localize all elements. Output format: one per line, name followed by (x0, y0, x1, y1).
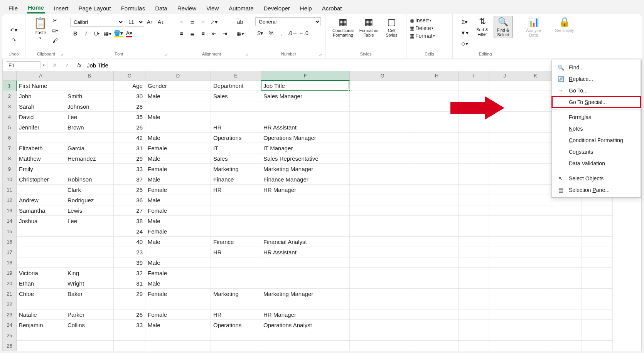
cell-L16[interactable] (551, 237, 582, 247)
cell-A19[interactable]: Victoria (17, 268, 65, 278)
cell-D11[interactable]: Female (145, 185, 211, 195)
format-painter-button[interactable]: 🖌 (50, 36, 60, 45)
cell-B15[interactable] (65, 226, 114, 237)
orientation-button[interactable]: ⤢▾ (209, 17, 219, 27)
cell-F17[interactable]: HR Assistant (261, 247, 350, 257)
decrease-font-button[interactable]: A↓ (156, 17, 166, 27)
cell-A5[interactable]: Jennifer (17, 122, 65, 133)
fx-button[interactable]: fx (74, 61, 84, 70)
cell-D16[interactable]: Male (145, 237, 211, 247)
cell-B21[interactable]: Baker (65, 289, 114, 299)
row-header-14[interactable]: 14 (3, 216, 17, 226)
cell-D24[interactable]: Male (145, 320, 211, 330)
cell-A8[interactable]: Matthew (17, 153, 65, 164)
cell-I22[interactable] (459, 299, 489, 309)
cell-H6[interactable] (415, 133, 459, 143)
cell-D5[interactable] (145, 122, 211, 133)
analyze-data-button[interactable]: 📊 Analyze Data (521, 16, 546, 38)
cell-C5[interactable]: 26 (114, 122, 145, 133)
decrease-decimal-button[interactable]: ←.0 (298, 29, 309, 38)
cell-B4[interactable]: Lee (65, 112, 114, 122)
cell-H22[interactable] (415, 299, 459, 309)
cell-E6[interactable]: Operations (211, 133, 261, 143)
row-header-16[interactable]: 16 (3, 237, 17, 247)
cell-F4[interactable] (261, 112, 350, 122)
cell-J12[interactable] (489, 195, 520, 205)
cell-A22[interactable] (17, 299, 65, 309)
cell-B12[interactable]: Rodriguez (65, 195, 114, 205)
cell-D21[interactable]: Female (145, 289, 211, 299)
cell-F22[interactable] (261, 299, 350, 309)
cell-G14[interactable] (350, 216, 415, 226)
cell-E13[interactable] (211, 205, 261, 216)
cell-H14[interactable] (415, 216, 459, 226)
cell-D12[interactable]: Male (145, 195, 211, 205)
cell-D20[interactable]: Male (145, 278, 211, 289)
cell-F3[interactable] (261, 101, 350, 112)
cell-E23[interactable]: HR (211, 309, 261, 320)
cell-A18[interactable] (17, 257, 65, 268)
cell-H5[interactable] (415, 122, 459, 133)
cell-E16[interactable]: Finance (211, 237, 261, 247)
cell-K16[interactable] (520, 237, 551, 247)
row-header-21[interactable]: 21 (3, 289, 17, 299)
cell-I8[interactable] (459, 153, 489, 164)
cell-B1[interactable] (65, 81, 114, 91)
cell-C20[interactable]: 31 (114, 278, 145, 289)
cell-G21[interactable] (350, 289, 415, 299)
cell-K20[interactable] (520, 278, 551, 289)
cell-J26[interactable] (489, 341, 520, 351)
cell-B2[interactable]: Smith (65, 91, 114, 101)
cell-styles-button[interactable]: ▢ Cell Styles (382, 16, 401, 38)
cell-G20[interactable] (350, 278, 415, 289)
cell-D26[interactable] (145, 341, 211, 351)
cell-D14[interactable]: Male (145, 216, 211, 226)
cell-M17[interactable] (582, 247, 613, 257)
cell-L20[interactable] (551, 278, 582, 289)
row-header-10[interactable]: 10 (3, 174, 17, 185)
fill-button[interactable]: ▼▾ (458, 28, 471, 37)
merge-button[interactable]: ▦▾ (234, 29, 247, 38)
cell-B24[interactable]: Collins (65, 320, 114, 330)
cell-I15[interactable] (459, 226, 489, 237)
align-bottom-button[interactable]: ≡ (198, 17, 208, 27)
cell-K25[interactable] (520, 330, 551, 341)
cell-I21[interactable] (459, 289, 489, 299)
cell-E19[interactable] (211, 268, 261, 278)
cell-F1[interactable]: Job Title (261, 81, 350, 91)
col-header-D[interactable]: D (145, 71, 211, 81)
cell-E10[interactable]: Finance (211, 174, 261, 185)
cell-I25[interactable] (459, 330, 489, 341)
cell-L23[interactable] (551, 309, 582, 320)
bold-button[interactable]: B (70, 29, 80, 38)
cell-E24[interactable]: Operations (211, 320, 261, 330)
cell-I7[interactable] (459, 143, 489, 153)
cell-H17[interactable] (415, 247, 459, 257)
cell-E7[interactable]: IT (211, 143, 261, 153)
underline-button[interactable]: U▾ (92, 29, 102, 38)
cell-C12[interactable]: 36 (114, 195, 145, 205)
cell-A11[interactable] (17, 185, 65, 195)
clear-button[interactable]: ◇▾ (458, 39, 471, 48)
cell-F14[interactable] (261, 216, 350, 226)
cell-H18[interactable] (415, 257, 459, 268)
cell-C19[interactable]: 32 (114, 268, 145, 278)
menu-constants[interactable]: Constants (552, 146, 641, 158)
cell-K3[interactable] (520, 101, 551, 112)
row-header-18[interactable]: 18 (3, 257, 17, 268)
cell-H13[interactable] (415, 205, 459, 216)
col-header-E[interactable]: E (211, 71, 261, 81)
cell-A9[interactable]: Emily (17, 164, 65, 174)
cell-I10[interactable] (459, 174, 489, 185)
fill-color-button[interactable]: 🪣▾ (113, 29, 123, 38)
col-header-B[interactable]: B (65, 71, 114, 81)
menu-conditional-formatting[interactable]: Conditional Formatting (552, 134, 641, 146)
increase-indent-button[interactable]: ⇥ (220, 29, 230, 38)
increase-font-button[interactable]: A↑ (145, 17, 155, 27)
cell-A2[interactable]: John (17, 91, 65, 101)
cell-F21[interactable]: Marketing Manager (261, 289, 350, 299)
cell-J7[interactable] (489, 143, 520, 153)
percent-button[interactable]: % (266, 29, 276, 38)
cell-M20[interactable] (582, 278, 613, 289)
cell-I17[interactable] (459, 247, 489, 257)
